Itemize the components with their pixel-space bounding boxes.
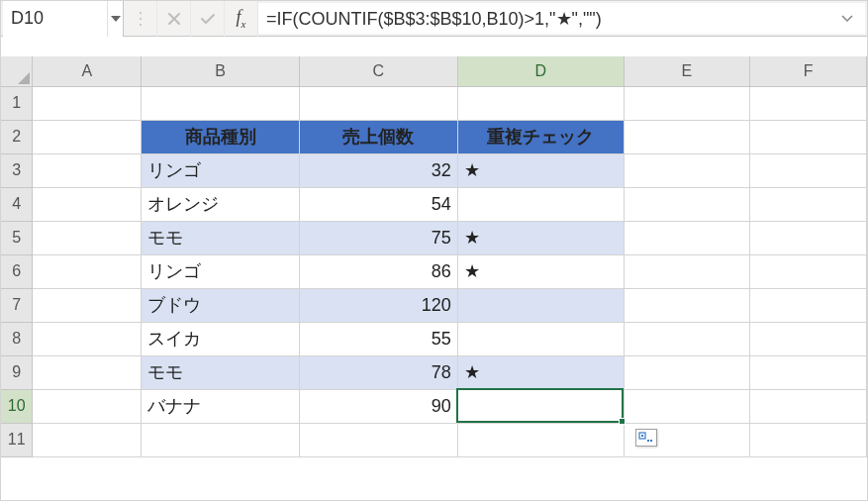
cell-F11[interactable] xyxy=(750,423,867,456)
cell-B2[interactable]: 商品種別 xyxy=(142,120,300,153)
cell-B4[interactable]: オレンジ xyxy=(142,187,300,221)
sheet-grid[interactable]: A B C D E F 1 2 商品種別 売上個数 重複チェック 3 リンゴ 3… xyxy=(1,56,867,457)
cell-F3[interactable] xyxy=(750,153,867,187)
insert-function-button[interactable]: fx xyxy=(225,1,258,37)
cell-F9[interactable] xyxy=(750,355,867,389)
name-box[interactable] xyxy=(3,1,107,37)
autofill-options-button[interactable] xyxy=(635,429,657,447)
cell-D9[interactable]: ★ xyxy=(457,355,624,389)
confirm-formula-button[interactable] xyxy=(191,1,225,37)
cell-E5[interactable] xyxy=(624,221,750,254)
row-head-5[interactable]: 5 xyxy=(1,221,33,254)
cell-E1[interactable] xyxy=(624,86,750,120)
col-head-F[interactable]: F xyxy=(750,56,867,86)
cell-F8[interactable] xyxy=(750,322,867,355)
col-head-A[interactable]: A xyxy=(33,56,142,86)
row-head-8[interactable]: 8 xyxy=(1,322,33,355)
row-head-10[interactable]: 10 xyxy=(1,389,33,423)
svg-point-0 xyxy=(140,12,142,14)
cell-D2[interactable]: 重複チェック xyxy=(457,120,624,153)
cell-B3[interactable]: リンゴ xyxy=(142,153,300,187)
cancel-formula-button[interactable] xyxy=(157,1,191,37)
cell-E7[interactable] xyxy=(624,288,750,322)
cell-F4[interactable] xyxy=(750,187,867,221)
formula-input-wrap xyxy=(258,3,865,34)
cell-A8[interactable] xyxy=(33,322,142,355)
select-all-button[interactable] xyxy=(1,56,33,86)
cell-C6[interactable]: 86 xyxy=(299,254,457,288)
cell-B10[interactable]: バナナ xyxy=(142,389,300,423)
row-head-9[interactable]: 9 xyxy=(1,355,33,389)
col-head-C[interactable]: C xyxy=(299,56,457,86)
chevron-down-icon xyxy=(841,14,853,24)
cell-A2[interactable] xyxy=(33,120,142,153)
cell-C8[interactable]: 55 xyxy=(299,322,457,355)
name-box-dropdown[interactable] xyxy=(107,1,123,37)
cell-C7[interactable]: 120 xyxy=(299,288,457,322)
cell-D8[interactable] xyxy=(457,322,624,355)
col-head-D[interactable]: D xyxy=(457,56,624,86)
cell-A1[interactable] xyxy=(33,86,142,120)
expand-formula-bar-button[interactable] xyxy=(837,3,857,34)
row-head-6[interactable]: 6 xyxy=(1,254,33,288)
row-head-1[interactable]: 1 xyxy=(1,86,33,120)
cell-C9[interactable]: 78 xyxy=(299,355,457,389)
cell-B6[interactable]: リンゴ xyxy=(142,254,300,288)
cell-C4[interactable]: 54 xyxy=(299,187,457,221)
col-head-B[interactable]: B xyxy=(142,56,300,86)
cell-F6[interactable] xyxy=(750,254,867,288)
formula-input[interactable] xyxy=(266,8,837,29)
formula-bar-buttons: fx xyxy=(124,1,258,36)
name-box-wrap xyxy=(1,1,124,36)
cell-C5[interactable]: 75 xyxy=(299,221,457,254)
cell-B8[interactable]: スイカ xyxy=(142,322,300,355)
cell-E10[interactable] xyxy=(624,389,750,423)
row-head-11[interactable]: 11 xyxy=(1,423,33,456)
svg-point-2 xyxy=(140,24,142,26)
cell-A4[interactable] xyxy=(33,187,142,221)
cell-A6[interactable] xyxy=(33,254,142,288)
cell-E9[interactable] xyxy=(624,355,750,389)
cell-D1[interactable] xyxy=(457,86,624,120)
cell-F7[interactable] xyxy=(750,288,867,322)
cell-D10[interactable] xyxy=(457,389,624,423)
cell-D5[interactable]: ★ xyxy=(457,221,624,254)
row-head-4[interactable]: 4 xyxy=(1,187,33,221)
row-head-7[interactable]: 7 xyxy=(1,288,33,322)
cell-F10[interactable] xyxy=(750,389,867,423)
cell-C10[interactable]: 90 xyxy=(299,389,457,423)
cell-F5[interactable] xyxy=(750,221,867,254)
cell-B11[interactable] xyxy=(142,423,300,456)
cell-C3[interactable]: 32 xyxy=(299,153,457,187)
cell-F1[interactable] xyxy=(750,86,867,120)
row-head-3[interactable]: 3 xyxy=(1,153,33,187)
cell-A10[interactable] xyxy=(33,389,142,423)
cell-E4[interactable] xyxy=(624,187,750,221)
cell-A11[interactable] xyxy=(33,423,142,456)
cell-D11[interactable] xyxy=(457,423,624,456)
row-head-2[interactable]: 2 xyxy=(1,120,33,153)
cell-E2[interactable] xyxy=(624,120,750,153)
cell-D3[interactable]: ★ xyxy=(457,153,624,187)
cell-B5[interactable]: モモ xyxy=(142,221,300,254)
cell-D6[interactable]: ★ xyxy=(457,254,624,288)
cell-C11[interactable] xyxy=(299,423,457,456)
cell-F2[interactable] xyxy=(750,120,867,153)
cell-A3[interactable] xyxy=(33,153,142,187)
cell-D7[interactable] xyxy=(457,288,624,322)
formula-separator xyxy=(124,1,157,37)
col-head-E[interactable]: E xyxy=(624,56,750,86)
cell-C2[interactable]: 売上個数 xyxy=(299,120,457,153)
cell-A5[interactable] xyxy=(33,221,142,254)
cell-B7[interactable]: ブドウ xyxy=(142,288,300,322)
cell-A7[interactable] xyxy=(33,288,142,322)
cell-B9[interactable]: モモ xyxy=(142,355,300,389)
cell-E3[interactable] xyxy=(624,153,750,187)
cell-A9[interactable] xyxy=(33,355,142,389)
cell-E6[interactable] xyxy=(624,254,750,288)
cell-E8[interactable] xyxy=(624,322,750,355)
svg-rect-4 xyxy=(641,435,643,437)
cell-D4[interactable] xyxy=(457,187,624,221)
cell-B1[interactable] xyxy=(142,86,300,120)
cell-C1[interactable] xyxy=(299,86,457,120)
